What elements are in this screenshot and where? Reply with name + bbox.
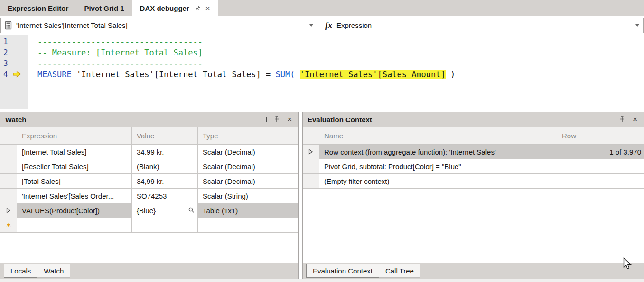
value-text: (Blank) [137,163,195,171]
value-cell: {Blue} [132,203,198,218]
row-cell [557,174,644,189]
editor-gutter: 1234 [0,35,28,109]
tab-label: DAX debugger [140,4,189,12]
value-cell: 34,99 kr. [132,174,198,189]
table-row[interactable]: 'Internet Sales'[Sales Order...SO74253Sc… [0,189,298,203]
value-text: 34,99 kr. [137,177,195,185]
evaluation-footer-tabs: Evaluation ContextCall Tree [303,263,644,279]
row-marker-cell [0,159,17,174]
code-segment-plain: 'Internet Sales'[Internet Total Sales] = [72,70,276,79]
value-cell [132,218,198,233]
dax-code-editor[interactable]: 1234 -----------------------------------… [0,35,644,109]
row-marker-cell [303,159,319,174]
code-line: -- Measure: [Internet Total Sales] [37,47,644,58]
name-cell: Pivot Grid, subtotal: Product[Color] = "… [319,159,557,174]
watch-grid-header: ExpressionValueType [0,127,298,145]
evaluation-grid: NameRowRow context (from aggregate funct… [303,127,644,263]
tab-label: Pivot Grid 1 [84,4,124,12]
expression-cell: [Total Sales] [17,174,132,189]
pin-icon[interactable] [274,116,280,123]
table-row[interactable]: Pivot Grid, subtotal: Product[Color] = "… [303,159,644,174]
line-number: 2 [3,48,8,57]
line-number: 1 [3,37,8,46]
row-header-cell [303,127,319,145]
row-marker-cell [303,174,319,189]
footer-tab-locals[interactable]: Locals [4,264,37,278]
column-header-row[interactable]: Row [557,127,644,145]
evaluation-context-panel: Evaluation Context ✕ NameRowRow context … [302,112,644,279]
table-row[interactable]: [Reseller Total Sales](Blank)Scalar (Dec… [0,159,298,174]
value-text: 34,99 kr. [137,148,195,156]
row-marker-cell [0,145,17,159]
code-line: ---------------------------------- [37,36,644,47]
code-line: ---------------------------------- [37,58,644,69]
type-cell [198,218,298,233]
row-marker-cell [0,174,17,189]
tab-pivot-grid-1[interactable]: Pivot Grid 1 [76,0,132,16]
table-row[interactable]: [Internet Total Sales]34,99 kr.Scalar (D… [0,145,298,159]
column-header-type[interactable]: Type [198,127,298,145]
value-text: {Blue} [137,207,188,215]
gutter-line: 4 [0,69,28,80]
watch-panel: Watch ✕ ExpressionValueType[Internet Tot… [0,112,299,279]
column-header-value[interactable]: Value [132,127,198,145]
close-icon[interactable]: ✕ [205,5,211,12]
row-marker-cell [0,203,17,218]
magnifier-icon[interactable] [188,207,195,215]
row-cell [557,159,644,174]
chevron-down-icon[interactable] [635,24,639,27]
pin-icon[interactable] [619,116,625,123]
document-tabbar: Expression EditorPivot Grid 1DAX debugge… [0,0,644,16]
type-cell: Table (1x1) [198,203,298,218]
type-cell: Scalar (Decimal) [198,174,298,189]
footer-tab-watch[interactable]: Watch [37,264,70,278]
table-row[interactable]: VALUES(Product[Color]){Blue}Table (1x1) [0,203,298,218]
maximize-icon[interactable] [607,117,612,122]
chevron-down-icon[interactable] [309,24,313,27]
table-row[interactable]: [Total Sales]34,99 kr.Scalar (Decimal) [0,174,298,189]
gutter-line: 2 [0,47,28,58]
tab-expression-editor[interactable]: Expression Editor [0,0,76,16]
pin-icon[interactable] [194,5,201,12]
measure-combo[interactable]: 'Internet Sales'[Internet Total Sales] [0,18,317,33]
mouse-cursor [623,257,632,273]
table-row[interactable]: ✶ [0,218,298,233]
code-segment-comment: ---------------------------------- [37,59,203,68]
footer-tab-call-tree[interactable]: Call Tree [379,264,420,278]
code-segment-plain [295,70,299,79]
maximize-icon[interactable] [261,117,267,122]
watch-panel-title: Watch [5,116,261,124]
code-segment-keyword: SUM( [276,70,295,79]
type-cell: Scalar (String) [198,189,298,203]
close-icon[interactable]: ✕ [287,116,292,123]
row-marker-cell [303,145,319,159]
current-statement-arrow [13,71,21,78]
editor-code-area[interactable]: ------------------------------------ Mea… [28,35,644,109]
column-header-name[interactable]: Name [319,127,557,145]
code-segment-plain: ) [446,70,455,79]
name-cell: Row context (from aggregate function): '… [319,145,557,159]
expression-cell: [Internet Total Sales] [17,145,132,159]
gutter-line: 1 [0,36,28,47]
expression-combo[interactable]: fx Expression [321,18,644,33]
value-cell: (Blank) [132,159,198,174]
evaluation-panel-header: Evaluation Context ✕ [303,112,644,127]
table-row[interactable]: (Empty filter context) [303,174,644,189]
close-icon[interactable]: ✕ [632,116,638,123]
code-segment-comment: -- Measure: [Internet Total Sales] [37,48,203,57]
measure-combo-value: 'Internet Sales'[Internet Total Sales] [16,21,307,29]
value-text: SO74253 [137,192,195,200]
column-header-expression[interactable]: Expression [17,127,132,145]
expression-combo-value: Expression [336,21,633,29]
expression-cell: [Reseller Total Sales] [17,159,132,174]
table-row[interactable]: Row context (from aggregate function): '… [303,145,644,159]
fx-icon: fx [325,20,332,30]
footer-tab-evaluation-context[interactable]: Evaluation Context [306,264,379,278]
expression-cell: VALUES(Product[Color]) [17,203,132,218]
code-segment-comment: ---------------------------------- [37,37,203,46]
gutter-line: 3 [0,58,28,69]
type-cell: Scalar (Decimal) [198,145,298,159]
tab-label: Expression Editor [8,4,68,12]
tab-dax-debugger[interactable]: DAX debugger✕ [132,0,219,16]
row-marker-cell [0,189,17,203]
